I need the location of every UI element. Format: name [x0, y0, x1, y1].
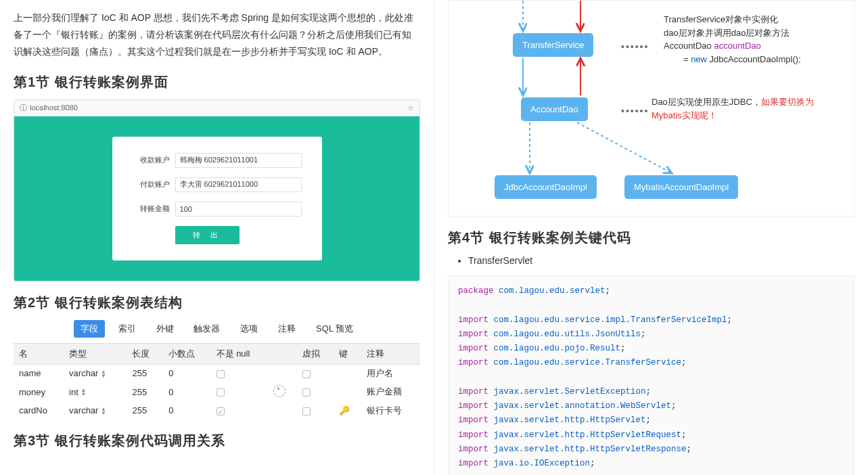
section3-title: 第3节 银行转账案例代码调用关系 [14, 432, 420, 450]
dots-icon: •••••• [621, 106, 649, 116]
annotation-2: Dao层实现使用原生JDBC，如果要切换为 Mybatis实现呢！ [652, 95, 814, 122]
section2-title: 第2节 银行转账案例表结构 [14, 294, 420, 312]
annotation-1: TransferService对象中实例化 dao层对象并调用dao层对象方法 … [664, 13, 801, 66]
stepper-icon[interactable]: ▲▼ [101, 407, 108, 415]
drag-handle-icon[interactable] [273, 385, 285, 397]
table-row: name varchar ▲▼ 255 0 用户名 [14, 364, 420, 382]
bullet-item: TransferServlet [468, 255, 854, 266]
payee-label: 收款账户 [133, 155, 170, 165]
table-row: money int ▲▼ 255 0 账户金额 [14, 382, 420, 402]
schema-table: 名 类型 长度 小数点 不是 null 虚拟 键 注释 name varchar… [14, 343, 420, 420]
tab-sql[interactable]: SQL 预览 [309, 320, 360, 338]
amount-input[interactable] [175, 202, 302, 217]
dots-icon: •••••• [621, 41, 649, 52]
browser-mock: ⓘ localhost:8080 ☆ 收款账户 付款账户 转账金额 [14, 99, 420, 281]
checkbox[interactable] [216, 370, 225, 378]
intro-text: 上一部分我们理解了 IoC 和 AOP 思想，我们先不考虑 Spring 是如何… [14, 9, 420, 61]
table-row: cardNo varchar ▲▼ 255 0 🔑 银行卡号 [14, 402, 420, 420]
architecture-diagram: TransferService AccountDao JdbcAccountDa… [448, 0, 854, 217]
checkbox[interactable] [302, 407, 311, 415]
url-text: localhost:8080 [30, 104, 78, 112]
section4-title: 第4节 银行转账案例关键代码 [448, 229, 854, 247]
star-icon[interactable]: ☆ [407, 104, 414, 112]
payer-input[interactable] [175, 177, 302, 192]
checkbox[interactable] [216, 407, 225, 415]
box-account-dao: AccountDao [521, 97, 588, 121]
th-dec: 小数点 [163, 343, 210, 364]
box-jdbc-impl: JdbcAccountDaoImpl [495, 175, 597, 199]
checkbox[interactable] [216, 388, 225, 397]
section1-title: 第1节 银行转账案例界面 [14, 73, 420, 91]
th-key: 键 [334, 343, 361, 364]
code-block: package com.lagou.edu.servlet; import co… [448, 275, 854, 475]
svg-line-5 [577, 122, 672, 173]
info-icon: ⓘ [20, 103, 27, 113]
stepper-icon[interactable]: ▲▼ [81, 388, 87, 397]
tab-options[interactable]: 选项 [233, 320, 265, 338]
payer-label: 付款账户 [133, 179, 170, 189]
th-len: 长度 [127, 343, 163, 364]
tab-trigger[interactable]: 触发器 [187, 320, 227, 338]
th-comment: 注释 [361, 343, 420, 364]
payee-input[interactable] [175, 153, 302, 168]
checkbox[interactable] [302, 370, 311, 378]
amount-label: 转账金额 [133, 204, 170, 214]
th-type: 类型 [64, 343, 127, 364]
th-virtual: 虚拟 [297, 343, 334, 364]
tab-fields[interactable]: 字段 [74, 320, 105, 338]
th-name: 名 [14, 343, 64, 364]
box-transfer-service: TransferService [513, 33, 593, 57]
stepper-icon[interactable]: ▲▼ [101, 370, 108, 378]
tab-fk[interactable]: 外键 [150, 320, 181, 338]
checkbox[interactable] [302, 388, 311, 397]
transfer-button[interactable]: 转 出 [175, 226, 239, 244]
box-mybatis-impl: MybatisAccountDaoImpl [624, 175, 738, 199]
tab-index[interactable]: 索引 [112, 320, 143, 338]
tab-comment[interactable]: 注释 [271, 320, 302, 338]
th-notnull: 不是 null [211, 343, 268, 364]
key-icon: 🔑 [339, 405, 350, 415]
